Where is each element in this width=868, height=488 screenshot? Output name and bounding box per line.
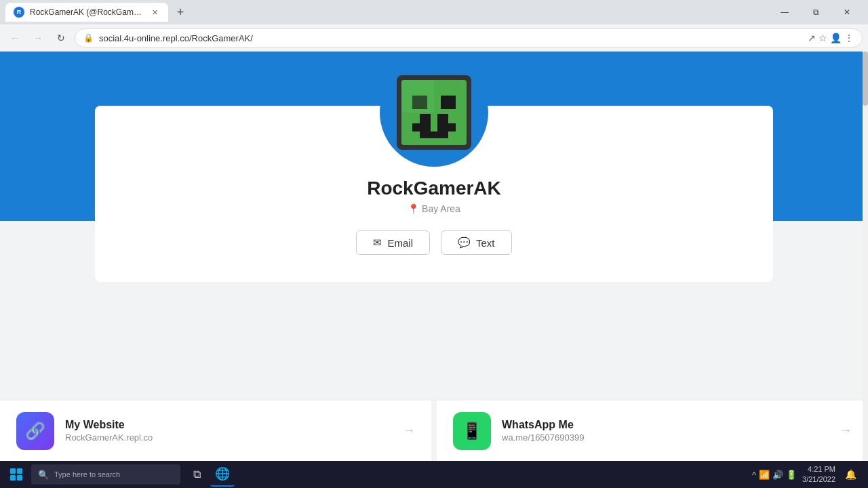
taskbar-search[interactable]: 🔍 Type here to search — [31, 464, 180, 485]
close-button[interactable]: ✕ — [831, 3, 863, 22]
website-icon: 🔗 — [25, 422, 45, 441]
active-tab[interactable]: R RockGamerAK (@RockGamerAK) ✕ — [5, 3, 168, 22]
chrome-taskbar-item[interactable]: 🌐 — [210, 462, 235, 487]
search-icon: 🔍 — [38, 470, 49, 480]
link-cards: 🔗 My Website RockGamerAK.repl.co → 📱 Wha… — [0, 400, 868, 461]
windows-logo-icon — [10, 468, 22, 481]
page-bg: RockGamerAK 📍 Bay Area ✉ Email 💬 Text — [0, 52, 868, 461]
address-bar-row: ← → ↻ 🔒 social.4u-online.repl.co/RockGam… — [0, 24, 868, 52]
scrollbar-thumb[interactable] — [863, 52, 868, 106]
tab-bar: R RockGamerAK (@RockGamerAK) ✕ + — [5, 3, 766, 22]
website-link-text: My Website RockGamerAK.repl.co — [65, 419, 392, 443]
profile-icon[interactable]: 👤 — [830, 33, 842, 43]
scrollbar[interactable] — [863, 52, 868, 461]
window-controls: — ⧉ ✕ — [769, 3, 863, 22]
chrome-icon: 🌐 — [215, 466, 230, 481]
website-icon-box: 🔗 — [16, 412, 54, 450]
menu-icon[interactable]: ⋮ — [844, 33, 854, 43]
svg-rect-3 — [441, 96, 456, 109]
task-view-button[interactable]: ⧉ — [184, 462, 209, 487]
location-icon: 📍 — [408, 203, 419, 214]
avatar-image — [393, 72, 475, 153]
svg-rect-4 — [420, 114, 431, 123]
tray-icons: ^ 📶 🔊 🔋 — [752, 470, 797, 480]
profile-card: RockGamerAK 📍 Bay Area ✉ Email 💬 Text — [95, 106, 773, 282]
action-buttons: ✉ Email 💬 Text — [356, 230, 511, 255]
svg-rect-5 — [437, 114, 448, 123]
minimize-button[interactable]: — — [769, 3, 800, 22]
start-button[interactable] — [3, 462, 30, 487]
location-text: Bay Area — [422, 203, 460, 214]
whatsapp-title: WhatsApp Me — [502, 419, 829, 431]
profile-username: RockGamerAK — [367, 178, 501, 199]
new-tab-button[interactable]: + — [171, 3, 190, 22]
clock-time: 4:21 PM — [802, 464, 835, 474]
notification-icon: 🔔 — [845, 469, 856, 480]
tab-favicon: R — [14, 7, 24, 18]
taskbar: 🔍 Type here to search ⧉ 🌐 ^ 📶 🔊 🔋 4:21 P… — [0, 461, 868, 488]
address-text: social.4u-online.repl.co/RockGamerAK/ — [99, 33, 802, 43]
svg-rect-6 — [412, 123, 431, 131]
refresh-button[interactable]: ↻ — [52, 28, 71, 47]
task-view-icon: ⧉ — [193, 468, 201, 481]
page-content: RockGamerAK 📍 Bay Area ✉ Email 💬 Text — [0, 52, 868, 461]
back-button[interactable]: ← — [5, 28, 24, 47]
email-icon: ✉ — [373, 237, 382, 249]
battery-icon[interactable]: 🔋 — [786, 470, 797, 480]
tray-chevron-icon[interactable]: ^ — [752, 470, 756, 480]
maximize-button[interactable]: ⧉ — [800, 3, 831, 22]
lock-icon: 🔒 — [83, 33, 94, 43]
whatsapp-icon: 📱 — [462, 422, 482, 441]
svg-rect-8 — [420, 131, 448, 138]
whatsapp-arrow-icon: → — [840, 424, 852, 438]
volume-icon[interactable]: 🔊 — [772, 470, 783, 480]
svg-rect-7 — [437, 123, 456, 131]
avatar — [380, 58, 488, 167]
whatsapp-subtitle: wa.me/16507690399 — [502, 432, 829, 443]
link-card-website[interactable]: 🔗 My Website RockGamerAK.repl.co → — [0, 400, 431, 461]
link-card-whatsapp[interactable]: 📱 WhatsApp Me wa.me/16507690399 → — [437, 400, 868, 461]
search-placeholder: Type here to search — [54, 470, 120, 479]
website-title: My Website — [65, 419, 392, 431]
tab-title: RockGamerAK (@RockGamerAK) — [30, 7, 144, 17]
website-subtitle: RockGamerAK.repl.co — [65, 432, 392, 443]
whatsapp-link-text: WhatsApp Me wa.me/16507690399 — [502, 419, 829, 443]
whatsapp-icon-box: 📱 — [453, 412, 491, 450]
profile-location: 📍 Bay Area — [408, 203, 460, 214]
notification-button[interactable]: 🔔 — [841, 465, 860, 484]
email-label: Email — [387, 237, 413, 249]
browser-titlebar: R RockGamerAK (@RockGamerAK) ✕ + — ⧉ ✕ — [0, 0, 868, 24]
share-icon[interactable]: ↗ — [808, 33, 816, 43]
text-message-icon: 💬 — [458, 237, 471, 249]
address-bar[interactable]: 🔒 social.4u-online.repl.co/RockGamerAK/ … — [75, 28, 863, 47]
forward-button[interactable]: → — [28, 28, 47, 47]
taskbar-items: ⧉ 🌐 — [184, 462, 235, 487]
bookmark-icon[interactable]: ☆ — [818, 33, 827, 43]
system-clock[interactable]: 4:21 PM 3/21/2022 — [802, 464, 835, 485]
svg-rect-9 — [401, 80, 434, 113]
clock-date: 3/21/2022 — [802, 474, 835, 485]
email-button[interactable]: ✉ Email — [356, 230, 430, 255]
website-arrow-icon: → — [403, 424, 415, 438]
network-icon[interactable]: 📶 — [759, 470, 770, 480]
system-tray: ^ 📶 🔊 🔋 4:21 PM 3/21/2022 🔔 — [752, 464, 865, 485]
address-icons: ↗ ☆ 👤 ⋮ — [808, 33, 854, 43]
tab-close-button[interactable]: ✕ — [149, 7, 160, 18]
text-label: Text — [476, 237, 495, 249]
text-button[interactable]: 💬 Text — [441, 230, 512, 255]
